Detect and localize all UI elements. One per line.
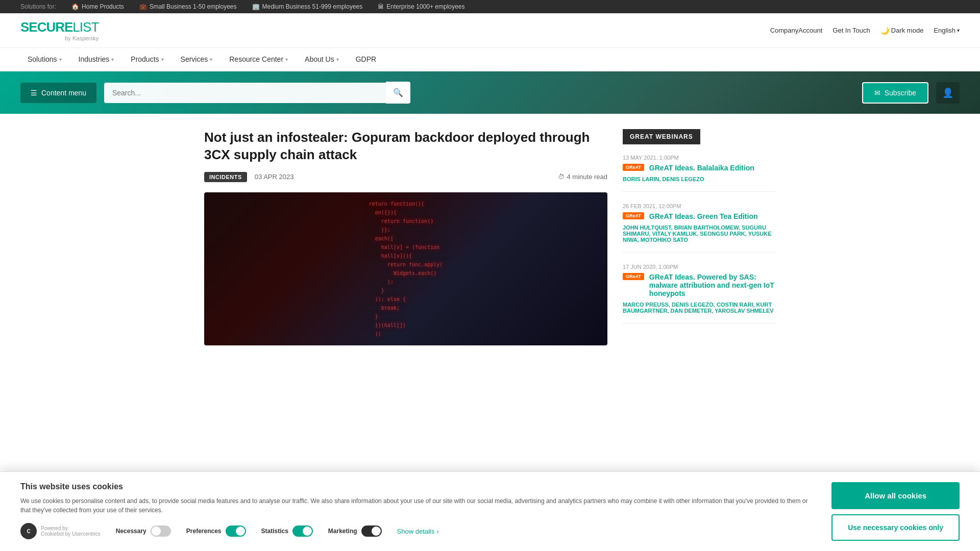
chevron-down-icon: ▾ (161, 57, 164, 62)
code-overlay: return function(){ on({}){ return functi… (204, 192, 607, 345)
main-nav: Solutions ▾ Industries ▾ Products ▾ Serv… (0, 48, 980, 71)
top-bar: Solutions for: 🏠 Home Products 💼 Small B… (0, 0, 980, 13)
webinar-authors-2: JOHN HULTQUIST, BRIAN BARTHOLOMEW, SUGUR… (623, 224, 776, 243)
search-icon: 🔍 (393, 88, 403, 97)
nav-products[interactable]: Products ▾ (124, 48, 170, 70)
chevron-down-icon: ▾ (336, 57, 339, 62)
medium-business-link[interactable]: 🏢 Medium Business 51-999 employees (252, 3, 363, 10)
logo[interactable]: SECURELIST by Kaspersky (20, 19, 99, 41)
envelope-icon: ✉ (874, 89, 880, 97)
header: SECURELIST by Kaspersky CompanyAccount G… (0, 13, 980, 48)
webinar-item: 17 JUN 2020, 1:00PM GReAT GReAT Ideas. P… (623, 264, 776, 323)
webinar-title-1[interactable]: GReAT GReAT Ideas. Balalaika Edition (623, 164, 776, 172)
language-selector[interactable]: English ▾ (934, 27, 960, 34)
webinar-date: 13 MAY 2021, 1:00PM (623, 155, 776, 161)
nav-resource-center[interactable]: Resource Center ▾ (222, 48, 295, 70)
get-in-touch-link[interactable]: Get In Touch (832, 27, 870, 34)
moon-icon: 🌙 (880, 27, 889, 35)
webinar-authors-3: MARCO PREUSS, DENIS LEGEZO, COSTIN RARI,… (623, 302, 776, 314)
content-menu-button[interactable]: ☰ Content menu (20, 83, 96, 103)
enterprise-icon: 🏛 (378, 3, 384, 10)
company-account-link[interactable]: CompanyAccount (770, 27, 823, 34)
header-right: CompanyAccount Get In Touch 🌙 Dark mode … (770, 27, 960, 35)
chevron-down-icon: ▾ (285, 57, 288, 62)
search-subscribe-bar: ☰ Content menu 🔍 ✉ Subscribe 👤 (0, 71, 980, 114)
user-icon: 👤 (942, 88, 953, 98)
read-time: ⏱ 4 minute read (558, 173, 608, 181)
chevron-down-icon: ▾ (59, 57, 62, 62)
article-date: 03 APR 2023 (255, 173, 294, 181)
chevron-down-icon: ▾ (957, 28, 960, 33)
home-products-link[interactable]: 🏠 Home Products (71, 3, 124, 10)
incidents-badge: INCIDENTS (204, 172, 247, 182)
main-content: Not just an infostealer: Gopuram backdoo… (184, 114, 796, 361)
briefcase-icon: 💼 (139, 3, 147, 10)
great-badge: GReAT (623, 212, 644, 219)
webinar-date: 17 JUN 2020, 1:00PM (623, 264, 776, 270)
user-account-button[interactable]: 👤 (936, 82, 960, 104)
menu-icon: ☰ (31, 89, 37, 97)
small-business-link[interactable]: 💼 Small Business 1-50 employees (139, 3, 237, 10)
great-badge: GReAT (623, 164, 644, 171)
article-meta: INCIDENTS 03 APR 2023 ⏱ 4 minute read (204, 172, 607, 182)
webinar-authors-1: BORIS LARIN, DENIS LEGEZO (623, 176, 776, 182)
webinar-item: 13 MAY 2021, 1:00PM GReAT GReAT Ideas. B… (623, 155, 776, 192)
great-badge: GReAT (623, 273, 644, 280)
dark-mode-button[interactable]: 🌙 Dark mode (880, 27, 924, 35)
clock-icon: ⏱ (558, 173, 565, 181)
nav-services[interactable]: Services ▾ (174, 48, 220, 70)
nav-about-us[interactable]: About Us ▾ (298, 48, 346, 70)
webinar-title-2[interactable]: GReAT GReAT Ideas. Green Tea Edition (623, 212, 776, 220)
nav-gdpr[interactable]: GDPR (349, 48, 383, 70)
building-icon: 🏢 (252, 3, 260, 10)
chevron-down-icon: ▾ (111, 57, 114, 62)
nav-industries[interactable]: Industries ▾ (71, 48, 121, 70)
article-title: Not just an infostealer: Gopuram backdoo… (204, 129, 607, 164)
search-container: 🔍 (104, 82, 410, 104)
solutions-label: Solutions for: (20, 3, 56, 10)
search-input[interactable] (104, 83, 386, 103)
logo-secure: SECURELIST (20, 19, 99, 35)
enterprise-link[interactable]: 🏛 Enterprise 1000+ employees (378, 3, 464, 10)
great-webinars-title: GREAT WEBINARS (623, 129, 700, 144)
webinar-title-3[interactable]: GReAT GReAT Ideas. Powered by SAS: malwa… (623, 273, 776, 297)
logo-by: by Kaspersky (20, 35, 99, 41)
webinar-date: 26 FEB 2021, 12:00PM (623, 203, 776, 209)
search-button[interactable]: 🔍 (386, 82, 410, 104)
article-section: Not just an infostealer: Gopuram backdoo… (204, 129, 607, 345)
home-icon: 🏠 (71, 3, 79, 10)
subscribe-button[interactable]: ✉ Subscribe (862, 82, 928, 104)
webinar-item: 26 FEB 2021, 12:00PM GReAT GReAT Ideas. … (623, 203, 776, 253)
sidebar: GREAT WEBINARS 13 MAY 2021, 1:00PM GReAT… (623, 129, 776, 345)
article-hero-image: return function(){ on({}){ return functi… (204, 192, 607, 345)
chevron-down-icon: ▾ (210, 57, 212, 62)
nav-solutions[interactable]: Solutions ▾ (20, 48, 69, 70)
